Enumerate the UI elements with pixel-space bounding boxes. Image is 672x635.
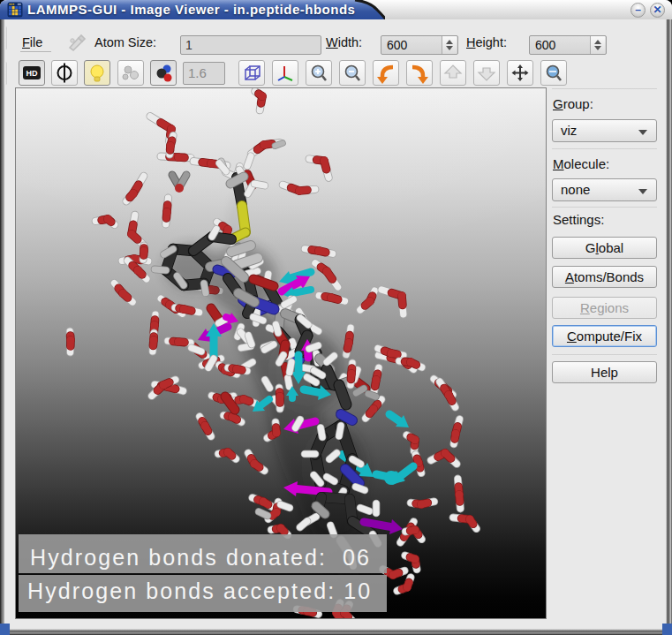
svg-text:Hydrogen bonds accepted: 10: Hydrogen bonds accepted: 10: [27, 578, 372, 603]
svg-text:Hydrogen bonds donated: 06: Hydrogen bonds donated: 06: [30, 545, 371, 570]
